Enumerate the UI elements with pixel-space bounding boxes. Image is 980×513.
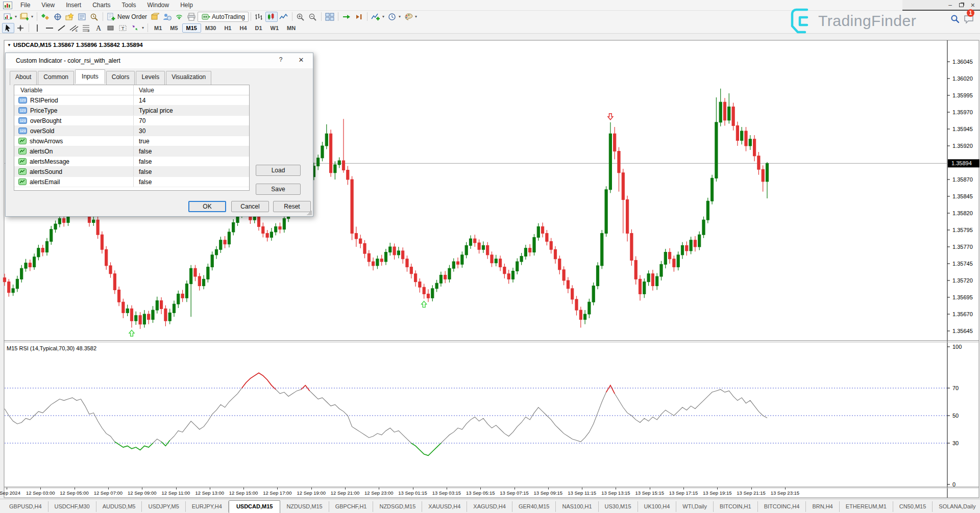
dialog-close-button[interactable]: ✕ [296,56,307,65]
svg-text:1.35795: 1.35795 [952,227,973,233]
symbol-tab-gbpusd[interactable]: GBPUSD,H4 [3,501,48,512]
series-param-icon [18,168,27,175]
resize-grip[interactable] [307,210,312,215]
param-row-oversold[interactable]: 123overSold30 [14,126,249,136]
param-value[interactable]: false [134,168,249,175]
symbol-tab-ethereum[interactable]: ETHEREUM,M1 [840,501,893,512]
svg-text:30: 30 [952,440,959,446]
param-row-alertsmessage[interactable]: alertsMessagefalse [14,157,249,167]
param-row-showarrows[interactable]: showArrowstrue [14,136,249,146]
param-row-alertssound[interactable]: alertsSoundfalse [14,167,249,177]
symbol-tabs: GBPUSD,H4USDCHF,M30AUDUSD,M5USDJPY,M5EUR… [3,500,980,513]
time-label: 13 Sep 23:15 [771,490,800,496]
symbol-tab-xagusd[interactable]: XAGUSD,H4 [467,501,512,512]
param-name: alertsMessage [30,158,69,165]
symbol-tab-ger40[interactable]: GER40,M15 [512,501,556,512]
symbol-tab-eurjpy[interactable]: EURJPY,H4 [186,501,229,512]
dialog-tab-common[interactable]: Common [38,71,74,85]
svg-text:1.35645: 1.35645 [952,328,973,334]
param-value[interactable]: false [134,158,249,165]
symbol-tab-nzdusd[interactable]: NZDUSD,M15 [280,501,329,512]
symbol-tab-brn[interactable]: BRN,H4 [806,501,839,512]
svg-text:1.35670: 1.35670 [952,311,973,317]
time-label: 13 Sep 11:15 [568,490,596,496]
param-value[interactable]: 30 [134,127,249,135]
series-param-icon [18,138,27,144]
symbol-tab-cn50[interactable]: CN50,M15 [893,501,933,512]
param-name: alertsEmail [30,178,60,186]
svg-text:70: 70 [952,385,959,391]
param-value[interactable]: false [134,148,249,155]
svg-text:1.35720: 1.35720 [952,277,973,284]
svg-text:1.35970: 1.35970 [952,109,973,115]
time-label: 12 Sep 19:00 [297,490,326,496]
quote-header: ▼USDCAD,M15 1.35867 1.35896 1.35842 1.35… [7,42,143,48]
symbol-tab-xauusd[interactable]: XAUUSD,H4 [422,501,467,512]
time-label: 13 Sep 09:15 [534,490,563,496]
param-value[interactable]: Typical price [134,107,249,114]
series-param-icon [18,158,27,165]
tradingfinder-logo-icon [789,7,812,35]
cancel-button[interactable]: Cancel [231,201,269,212]
dialog-tab-colors[interactable]: Colors [106,71,135,85]
symbol-tab-wti[interactable]: WTI,Daily [676,501,714,512]
load-button[interactable]: Load [256,165,301,176]
param-row-rsiperiod[interactable]: 123RSIPeriod14 [14,95,249,106]
svg-text:1.35745: 1.35745 [952,261,973,267]
param-name: PriceType [30,107,57,114]
tradingfinder-wordmark: TradingFinder [818,12,916,30]
time-label: 13 Sep 19:15 [703,490,732,496]
symbol-tab-audusd[interactable]: AUDUSD,M5 [96,501,142,512]
dialog-help-button[interactable]: ? [275,56,286,65]
time-label: 13 Sep 07:15 [500,490,529,496]
svg-text:1.35820: 1.35820 [952,210,973,216]
quote-ohlc: 1.35867 1.35896 1.35842 1.35894 [53,42,143,48]
dialog-tab-visualization[interactable]: Visualization [166,71,211,85]
time-label: 12 Sep 17:00 [263,490,292,496]
save-button[interactable]: Save [256,184,301,195]
param-name: alertsSound [30,168,62,175]
dialog-tab-about[interactable]: About [10,71,37,85]
symbol-tab-bitcoinc[interactable]: BITCOINC,H4 [758,501,806,512]
dialog-tabs: AboutCommonInputsColorsLevelsVisualizati… [10,69,212,84]
quote-symbol: USDCAD,M15 [13,42,52,48]
svg-text:100: 100 [952,344,962,350]
time-axis[interactable]: 12 Sep 202412 Sep 03:0012 Sep 05:0012 Se… [0,489,947,498]
param-value[interactable]: 14 [134,97,249,104]
svg-text:1.36045: 1.36045 [952,59,973,65]
symbol-tab-usdchf[interactable]: USDCHF,M30 [48,501,96,512]
param-row-overbought[interactable]: 123overBought70 [14,116,249,126]
symbol-tab-uk100[interactable]: UK100,H4 [638,501,677,512]
dialog-tab-inputs[interactable]: Inputs [75,69,105,84]
symbol-tab-us30[interactable]: US30,M15 [599,501,638,512]
param-row-pricetype[interactable]: 123PriceTypeTypical price [14,106,249,116]
param-value[interactable]: 70 [134,117,249,124]
param-row-alertson[interactable]: alertsOnfalse [14,146,249,157]
param-value[interactable]: true [134,138,249,145]
current-price-tag: 1.35894 [951,160,972,166]
svg-text:1.35845: 1.35845 [952,193,973,199]
param-name: overSold [30,127,54,135]
numeric-param-icon: 123 [18,117,27,124]
charts-tab-bar: GBPUSD,H4USDCHF,M30AUDUSD,M5USDJPY,M5EUR… [0,499,980,513]
collapse-triangle-icon[interactable]: ▼ [7,43,11,47]
symbol-tab-bitcoin[interactable]: BITCOIN,H1 [714,501,758,512]
svg-text:50: 50 [952,413,959,419]
time-label: 13 Sep 01:15 [398,490,427,496]
param-row-alertsemail[interactable]: alertsEmailfalse [14,177,249,187]
symbol-tab-nas100[interactable]: NAS100,H1 [556,501,598,512]
dialog-tab-levels[interactable]: Levels [136,71,165,85]
parameters-table: VariableValue123RSIPeriod14123PriceTypeT… [14,85,250,191]
param-value[interactable]: false [134,178,249,186]
symbol-tab-solana[interactable]: SOLANA,Daily [933,501,980,512]
ok-button[interactable]: OK [188,201,226,212]
svg-text:1.35870: 1.35870 [952,176,973,183]
time-label: 12 Sep 23:00 [364,490,394,496]
symbol-tab-gbpchf[interactable]: GBPCHF,H1 [329,501,374,512]
numeric-param-icon: 123 [18,107,27,114]
reset-button[interactable]: Reset [273,201,311,212]
svg-text:0: 0 [952,481,955,488]
symbol-tab-nzdsgd[interactable]: NZDSGD,M15 [373,501,422,512]
symbol-tab-usdcad[interactable]: USDCAD,M15 [229,500,281,513]
symbol-tab-usdjpy[interactable]: USDJPY,M5 [142,501,185,512]
